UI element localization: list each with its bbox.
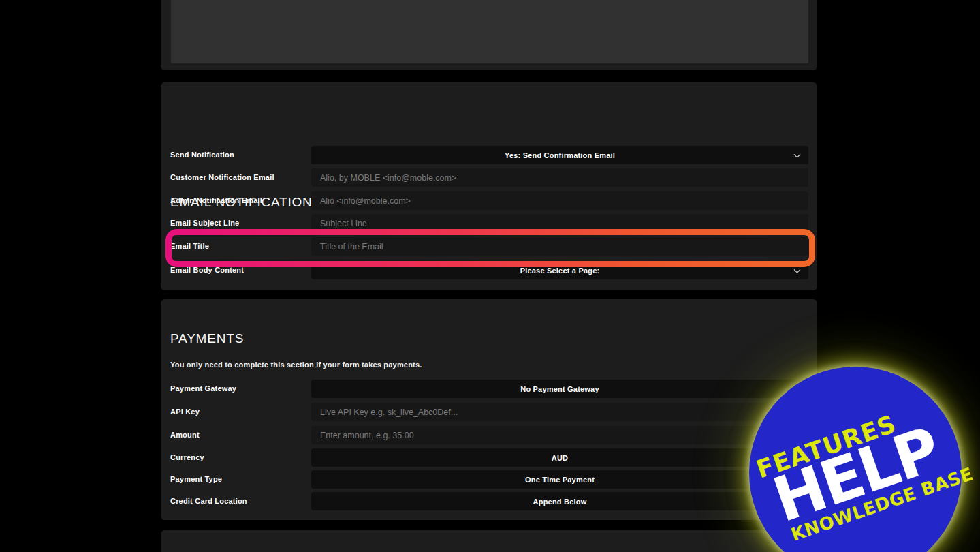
send-notification-label: Send Notification: [170, 146, 234, 164]
customer-notification-email-label: Customer Notification Email: [170, 168, 274, 187]
admin-notification-email-row: Admin Notification Email: [170, 191, 808, 210]
credit-card-location-select[interactable]: Append Below: [311, 492, 808, 510]
payments-section: PAYMENTS You only need to complete this …: [161, 299, 817, 520]
api-key-row: API Key: [170, 403, 808, 421]
customer-notification-email-input[interactable]: [311, 168, 808, 187]
email-body-content-select[interactable]: Please Select a Page:: [311, 261, 808, 279]
email-body-content-row: Email Body Content Please Select a Page:: [170, 261, 808, 279]
chevron-down-icon: [794, 266, 801, 273]
payments-section-title: PAYMENTS: [170, 331, 244, 346]
credit-card-location-row: Credit Card Location Append Below: [170, 492, 808, 510]
admin-notification-email-input[interactable]: [311, 191, 808, 210]
amount-label: Amount: [170, 426, 200, 444]
send-notification-select[interactable]: Yes: Send Confirmation Email: [311, 146, 808, 164]
currency-label: Currency: [170, 448, 204, 467]
payment-gateway-value: No Payment Gateway: [520, 385, 599, 393]
payment-gateway-label: Payment Gateway: [170, 380, 236, 398]
payment-type-label: Payment Type: [170, 470, 222, 489]
admin-notification-email-label: Admin Notification Email: [170, 191, 262, 210]
email-title-label: Email Title: [170, 237, 209, 256]
api-key-input[interactable]: [311, 403, 808, 421]
email-subject-line-input[interactable]: [311, 214, 808, 232]
payment-gateway-select[interactable]: No Payment Gateway: [311, 380, 808, 398]
email-body-content-label: Email Body Content: [170, 261, 244, 279]
credit-card-location-value: Append Below: [533, 497, 587, 506]
badge-text-block: FEATURES HELP KNOWLEDGE BASE: [749, 396, 961, 549]
send-notification-value: Yes: Send Confirmation Email: [505, 151, 615, 159]
preview-card: [161, 0, 817, 70]
payment-type-row: Payment Type One Time Payment: [170, 470, 808, 489]
next-section-card: [161, 530, 817, 552]
preview-area: [171, 0, 808, 63]
payment-type-value: One Time Payment: [525, 476, 595, 484]
customer-notification-email-row: Customer Notification Email: [170, 168, 808, 187]
currency-row: Currency AUD: [170, 448, 808, 467]
payment-gateway-row: Payment Gateway No Payment Gateway: [170, 380, 808, 398]
email-title-row: Email Title: [170, 237, 808, 256]
email-notification-section: EMAIL NOTIFICATION Send Notification Yes…: [161, 82, 817, 290]
currency-value: AUD: [552, 454, 568, 462]
chevron-down-icon: [794, 151, 801, 157]
amount-input[interactable]: [311, 426, 808, 444]
api-key-label: API Key: [170, 403, 200, 421]
send-notification-row: Send Notification Yes: Send Confirmation…: [170, 146, 808, 164]
amount-row: Amount: [170, 426, 808, 444]
email-subject-line-label: Email Subject Line: [170, 214, 239, 232]
email-subject-line-row: Email Subject Line: [170, 214, 808, 232]
email-title-input[interactable]: [311, 237, 808, 256]
credit-card-location-label: Credit Card Location: [170, 492, 247, 510]
email-body-content-value: Please Select a Page:: [520, 266, 600, 275]
payments-note: You only need to complete this section i…: [170, 361, 422, 369]
